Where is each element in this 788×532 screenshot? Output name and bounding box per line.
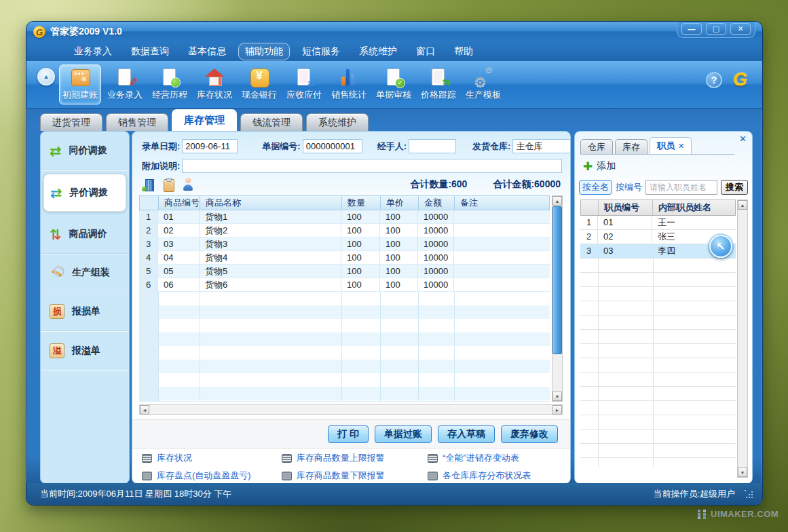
link-stocktaking[interactable]: 库存盘点(自动盘盈盘亏) (142, 470, 282, 482)
sidebar-item-price-adjust[interactable]: ⇅ 商品调价 (41, 215, 129, 254)
note-input[interactable] (182, 159, 562, 173)
menu-auxiliary[interactable]: 辅助功能 (238, 43, 290, 60)
action-strip: 打 印 单据过账 存入草稿 废弃修改 (132, 419, 570, 448)
link-upper-limit-alert[interactable]: 库存商品数量上限报警 (282, 452, 428, 464)
menu-business-entry[interactable]: 业务录入 (67, 43, 119, 60)
scroll-up-icon[interactable]: ▲ (738, 200, 747, 210)
menu-data-query[interactable]: 数据查询 (124, 43, 176, 60)
quick-links: 库存状况 库存商品数量上限报警 “全能”进销存变动表 库存盘点(自动盘盈盘亏) … (132, 448, 570, 483)
post-document-button[interactable]: 单据过账 (375, 425, 432, 443)
doc-no-label: 单据编号: (262, 140, 300, 153)
tab-purchase[interactable]: 进货管理 (40, 113, 102, 131)
menu-system-maintenance[interactable]: 系统维护 (352, 43, 404, 60)
menu-sms-service[interactable]: 短信服务 (295, 43, 347, 60)
items-table-header: 商品编号 商品名称 数量 单价 金额 备注 (139, 195, 550, 210)
scroll-up-icon[interactable]: ▲ (552, 196, 562, 206)
search-button[interactable]: 搜索 (721, 180, 748, 195)
resize-grip[interactable] (745, 490, 753, 498)
toolbar-business-history[interactable]: 经营历程 (149, 64, 191, 104)
watermark: UIMAKER.COM (698, 509, 778, 519)
print-button[interactable]: 打 印 (328, 425, 369, 443)
house-icon (204, 67, 225, 88)
tab-warehouse[interactable]: 仓库 (580, 139, 613, 154)
vertical-scrollbar[interactable]: ▲ ▼ (552, 195, 563, 402)
toolbar-business-entry[interactable]: 业务录入 (104, 64, 146, 104)
table-row[interactable]: 101货物110010010000 (139, 210, 550, 224)
module-tab-bar: 进货管理 销售管理 库存管理 钱流管理 系统维护 (26, 109, 762, 131)
voucher-note-row: 附加说明: (142, 159, 562, 173)
filter-by-code[interactable]: 按编号 (616, 181, 642, 193)
staff-scrollbar[interactable]: ▲ ▼ (737, 200, 748, 478)
link-warehouse-distribution[interactable]: 各仓库库存分布状况表 (428, 470, 561, 482)
sidebar-item-loss-report[interactable]: 损 报损单 (41, 292, 129, 331)
link-allround-change-report[interactable]: “全能”进销存变动表 (428, 452, 561, 464)
link-inventory-status[interactable]: 库存状况 (142, 452, 282, 464)
panel-close-icon[interactable]: ✕ (739, 134, 747, 144)
staff-row[interactable]: 1 01 王一 (580, 216, 736, 230)
filter-by-fullname[interactable]: 按全名 (579, 180, 612, 195)
staff-filter-row: 按全名 按编号 搜索 (579, 179, 748, 195)
link-lower-limit-alert[interactable]: 库存商品数量下限报警 (282, 470, 428, 482)
handler-input[interactable] (409, 139, 456, 153)
add-staff-button[interactable]: ✚ 添加 (583, 160, 616, 172)
warehouse-picker-icon[interactable] (142, 178, 155, 191)
total-qty: 合计数量:600 (410, 178, 467, 191)
menu-basic-info[interactable]: 基本信息 (181, 43, 233, 60)
uimaker-logo-icon (698, 510, 707, 518)
sidebar-item-diff-price-transfer[interactable]: ⇄ 异价调拨 (43, 174, 126, 212)
staff-search-input[interactable] (645, 180, 717, 195)
toolbar-sales-stats[interactable]: 销售统计 (328, 64, 370, 104)
gain-box-icon: 溢 (50, 343, 64, 358)
save-draft-button[interactable]: 存入草稿 (438, 425, 495, 443)
help-icon[interactable]: ? (706, 72, 722, 88)
menu-help[interactable]: 帮助 (447, 43, 480, 60)
doc-no-input[interactable] (303, 139, 362, 153)
menu-window[interactable]: 窗口 (409, 43, 442, 60)
toolbar-price-tracking[interactable]: 价格跟踪 (417, 64, 459, 104)
sidebar-item-assembly[interactable]: 生产组装 (41, 254, 129, 292)
minimize-button[interactable]: — (681, 23, 702, 35)
draft-list-icon[interactable] (162, 178, 175, 191)
table-row[interactable]: 606货物610010010000 (139, 278, 550, 292)
staff-picker-icon[interactable] (181, 178, 195, 191)
toolbar-receivable-payable[interactable]: 应收应付 (283, 64, 325, 104)
table-row[interactable]: 202货物210010010000 (139, 224, 550, 238)
tab-close-icon[interactable]: ✕ (678, 142, 684, 151)
tab-stock[interactable]: 库存 (615, 139, 648, 154)
handler-label: 经手人: (377, 140, 407, 153)
tab-staff[interactable]: 职员 ✕ (650, 137, 692, 154)
title-bar: G 管家婆2009 V1.0 — ▢ ✕ (26, 22, 762, 42)
toolbar-cash-bank[interactable]: 现金银行 (238, 64, 280, 104)
scroll-left-icon[interactable]: ◄ (140, 405, 149, 415)
doc-pencil-icon (114, 67, 136, 88)
sidebar-item-same-price-transfer[interactable]: ⇄ 同价调拨 (41, 132, 129, 170)
collapse-toolbar-button[interactable]: ▲ (37, 68, 55, 86)
close-button[interactable]: ✕ (730, 23, 751, 35)
toolbar-inventory-status[interactable]: 库存状况 (193, 64, 236, 104)
tab-sales[interactable]: 销售管理 (106, 113, 168, 131)
scroll-right-icon[interactable]: ► (552, 405, 562, 415)
tab-inventory[interactable]: 库存管理 (172, 109, 237, 131)
report-list-icon (282, 454, 292, 463)
discard-changes-button[interactable]: 废弃修改 (501, 425, 558, 443)
toolbar-doc-review[interactable]: 单据审核 (373, 64, 415, 104)
scroll-down-icon[interactable]: ▼ (552, 392, 562, 401)
table-row[interactable]: 404货物410010010000 (139, 251, 550, 265)
scroll-down-icon[interactable]: ▼ (738, 468, 747, 477)
toolbar-production-template[interactable]: 生产模板 (462, 64, 504, 104)
toolbar-initial-setup[interactable]: 初期建账 (59, 64, 101, 104)
horizontal-scrollbar[interactable]: ◄ ► (139, 404, 563, 415)
tab-cashflow[interactable]: 钱流管理 (240, 113, 303, 131)
loss-box-icon: 损 (50, 304, 64, 319)
warehouse-input[interactable] (512, 139, 571, 153)
table-row[interactable]: 505货物510010010000 (139, 265, 550, 278)
current-time-text: 当前时间:2009年06月11日 星期四 18时30分 下午 (40, 488, 231, 500)
empty-rows (139, 292, 550, 402)
scrollbar-thumb[interactable] (552, 206, 562, 354)
date-input[interactable] (182, 139, 238, 153)
table-row[interactable]: 303货物310010010000 (139, 238, 550, 251)
tab-system[interactable]: 系统维护 (306, 113, 369, 131)
sidebar-item-gain-report[interactable]: 溢 报溢单 (41, 331, 129, 370)
warehouse-label: 发货仓库: (472, 140, 510, 153)
maximize-button[interactable]: ▢ (706, 23, 726, 35)
